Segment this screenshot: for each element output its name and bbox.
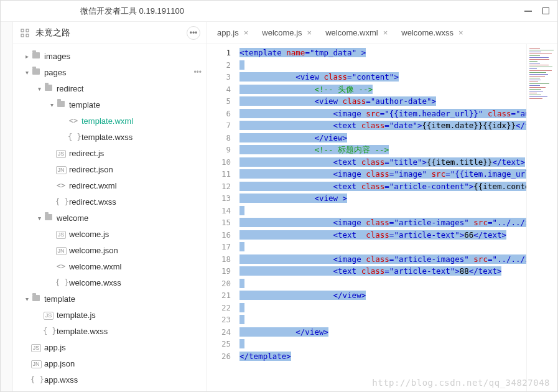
file-icon: <>: [55, 181, 67, 190]
caret-icon: ▾: [35, 85, 43, 92]
folder-icon: [43, 84, 54, 93]
row-label: welcome.wxml: [69, 262, 202, 271]
file-tree: ▸images▾pages•••▾redirect▾template<>temp…: [13, 44, 207, 391]
row-label: template.js: [57, 310, 202, 320]
row-label: template: [69, 100, 202, 110]
row-label: template.wxml: [81, 116, 202, 126]
window-controls: [524, 7, 550, 16]
app-title: 微信开发者工具 0.19.191100: [80, 6, 184, 17]
file-row[interactable]: { }template.wxss: [13, 129, 207, 145]
file-row[interactable]: JSapp.js: [13, 339, 207, 355]
folder-row[interactable]: ▸images: [13, 48, 207, 64]
file-icon: JS: [43, 310, 54, 320]
code-content[interactable]: <template name="tmp_data" > <view class=…: [237, 44, 526, 391]
file-row[interactable]: <>template.wxml: [13, 113, 207, 129]
folder-icon: [30, 68, 42, 77]
file-icon: { }: [43, 327, 54, 335]
row-label: redirect: [57, 84, 202, 93]
minimize-button[interactable]: [524, 7, 532, 16]
file-row[interactable]: <>welcome.wxml: [13, 258, 207, 274]
row-label: welcome: [57, 213, 202, 223]
sidebar: 未竟之路 ••• ▸images▾pages•••▾redirect▾templ…: [13, 22, 207, 391]
file-icon: { }: [55, 197, 67, 206]
file-row[interactable]: JNapp.json: [13, 355, 207, 371]
folder-row[interactable]: ▾template: [13, 291, 207, 307]
row-label: app.json: [44, 359, 202, 368]
row-label: redirect.js: [69, 149, 202, 158]
folder-icon: [30, 52, 42, 60]
svg-rect-2: [26, 29, 29, 32]
tab-close-button[interactable]: ×: [307, 28, 312, 37]
folder-row[interactable]: ▾welcome: [13, 210, 207, 226]
file-row[interactable]: { }template.wxss: [13, 323, 207, 339]
file-icon: JN: [30, 359, 42, 368]
file-icon: JS: [55, 149, 67, 158]
maximize-button[interactable]: [541, 7, 550, 16]
row-label: redirect.json: [69, 165, 202, 174]
svg-rect-3: [21, 34, 24, 37]
caret-icon: ▾: [35, 215, 43, 222]
file-icon: { }: [55, 278, 67, 287]
file-row[interactable]: <>redirect.wxml: [13, 177, 207, 194]
row-label: welcome.wxss: [69, 278, 202, 287]
line-gutter: 1234567891011121314151617181920212223242…: [207, 44, 237, 391]
editor: app.js×welcome.js×welcome.wxml×welcome.w…: [207, 22, 557, 391]
file-icon: <>: [68, 116, 79, 125]
file-icon: JS: [30, 343, 42, 352]
sidebar-more-button[interactable]: •••: [187, 26, 200, 40]
file-row[interactable]: JSwelcome.js: [13, 226, 207, 242]
svg-rect-1: [21, 29, 24, 32]
file-row[interactable]: JStemplate.js: [13, 307, 207, 323]
svg-rect-4: [26, 34, 29, 37]
code-area: 1234567891011121314151617181920212223242…: [207, 44, 557, 391]
folder-icon: [43, 213, 54, 222]
file-row[interactable]: { }app.wxss: [13, 371, 207, 388]
tree-icon: [21, 29, 29, 37]
row-label: template.wxss: [81, 133, 202, 142]
row-label: welcome.json: [69, 246, 202, 255]
editor-tab[interactable]: welcome.js×: [256, 22, 318, 44]
file-row[interactable]: JNredirect.json: [13, 161, 207, 177]
folder-icon: [55, 100, 67, 109]
tab-label: app.js: [217, 28, 239, 37]
folder-row[interactable]: ▾template: [13, 96, 207, 113]
row-label: app.wxss: [44, 375, 202, 385]
tab-label: welcome.wxml: [325, 28, 378, 37]
editor-tab[interactable]: welcome.wxml×: [319, 22, 394, 44]
row-label: pages: [44, 68, 193, 77]
activity-bar: [1, 22, 13, 391]
folder-row[interactable]: ▾redirect: [13, 80, 207, 96]
folder-icon: [30, 294, 42, 303]
row-label: template.wxss: [57, 327, 202, 336]
sidebar-header: 未竟之路 •••: [13, 22, 207, 44]
editor-tab[interactable]: app.js×: [211, 22, 254, 44]
file-row[interactable]: JNwelcome.json: [13, 242, 207, 258]
file-icon: { }: [68, 133, 79, 141]
minimap[interactable]: [526, 44, 557, 391]
file-row[interactable]: JSredirect.js: [13, 145, 207, 161]
folder-row[interactable]: ▾pages•••: [13, 64, 207, 80]
file-icon: { }: [30, 375, 42, 384]
file-icon: JN: [55, 246, 67, 255]
tab-label: welcome.js: [262, 28, 302, 37]
tab-close-button[interactable]: ×: [244, 28, 249, 37]
row-label: welcome.js: [69, 230, 202, 239]
caret-icon: ▸: [23, 53, 30, 60]
file-icon: <>: [55, 262, 67, 271]
caret-icon: ▾: [48, 101, 55, 108]
row-label: images: [44, 52, 202, 61]
editor-tabs: app.js×welcome.js×welcome.wxml×welcome.w…: [207, 22, 557, 44]
tab-close-button[interactable]: ×: [458, 28, 463, 37]
editor-tab[interactable]: welcome.wxss×: [395, 22, 469, 44]
file-row[interactable]: { }redirect.wxss: [13, 194, 207, 210]
caret-icon: ▾: [23, 69, 30, 76]
tab-close-button[interactable]: ×: [383, 28, 388, 37]
titlebar: 微信开发者工具 0.19.191100: [1, 1, 557, 22]
row-label: template: [44, 294, 202, 304]
caret-icon: ▾: [23, 296, 30, 302]
row-more-button[interactable]: •••: [193, 68, 202, 77]
file-row[interactable]: { }welcome.wxss: [13, 274, 207, 291]
file-icon: JS: [55, 230, 67, 239]
project-title: 未竟之路: [35, 27, 187, 39]
row-label: app.js: [44, 343, 202, 352]
